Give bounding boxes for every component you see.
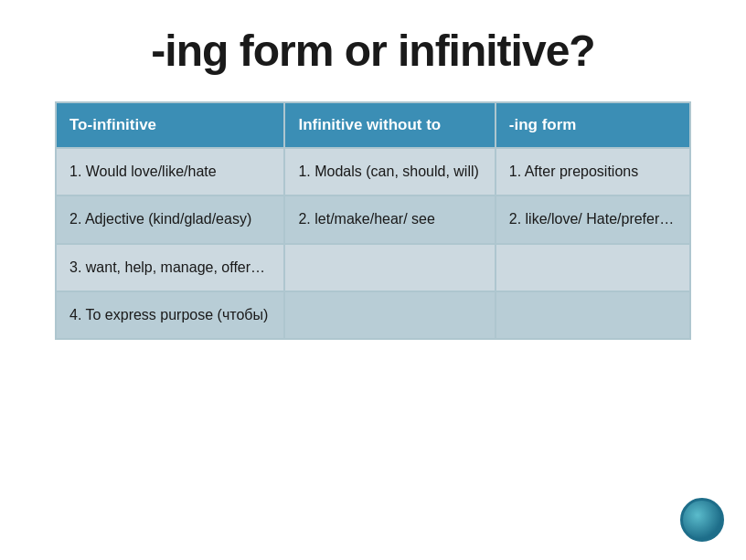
page-container: -ing form or infinitive? To-infinitive I… [0, 0, 746, 560]
cell-r1-c3: 1. After prepositions [496, 148, 690, 195]
cell-r1-c1: 1. Would love/like/hate [56, 148, 284, 195]
cell-r3-c1: 3. want, help, manage, offer… [56, 244, 284, 291]
table-row: 1. Would love/like/hate 1. Modals (can, … [56, 148, 690, 195]
corner-circle-decoration [680, 498, 724, 542]
grammar-table: To-infinitive Infinitive without to -ing… [55, 101, 691, 341]
cell-r2-c3: 2. like/love/ Hate/prefer… [496, 195, 690, 243]
cell-r3-c2 [284, 244, 495, 291]
col-header-to-infinitive: To-infinitive [56, 102, 284, 148]
col-header-ing-form: -ing form [496, 102, 690, 148]
table-row: 2. Adjective (kind/glad/easy) 2. let/mak… [56, 195, 690, 243]
table-row: 3. want, help, manage, offer… [56, 244, 690, 291]
cell-r1-c2: 1. Modals (can, should, will) [284, 148, 495, 195]
table-wrapper: To-infinitive Infinitive without to -ing… [55, 101, 691, 341]
cell-r4-c3 [496, 291, 690, 339]
table-header-row: To-infinitive Infinitive without to -ing… [56, 102, 690, 148]
cell-r2-c2: 2. let/make/hear/ see [284, 195, 495, 243]
cell-r4-c1: 4. To express purpose (чтобы) [56, 291, 284, 339]
cell-r4-c2 [284, 291, 495, 339]
page-title: -ing form or infinitive? [151, 27, 594, 76]
table-row: 4. To express purpose (чтобы) [56, 291, 690, 339]
cell-r3-c3 [496, 244, 690, 291]
cell-r2-c1: 2. Adjective (kind/glad/easy) [56, 195, 284, 243]
col-header-infinitive-without-to: Infinitive without to [284, 102, 495, 148]
